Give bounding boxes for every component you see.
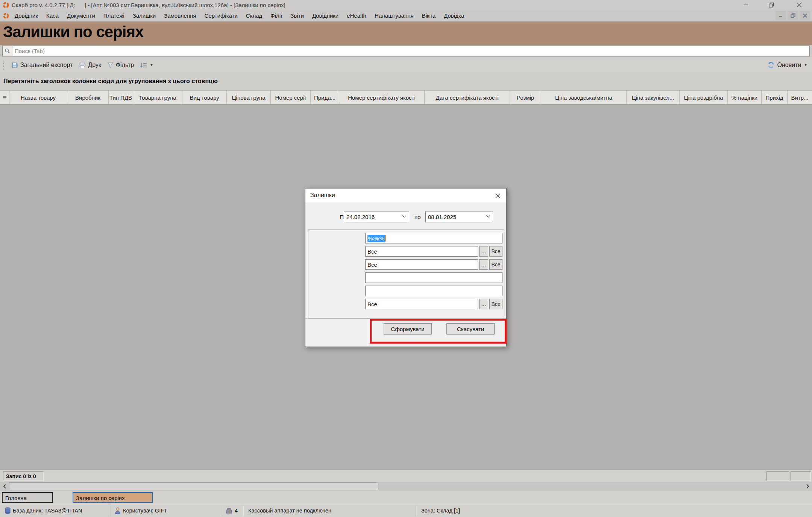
dialog-close-icon[interactable] <box>493 191 502 200</box>
submit-button[interactable]: Сформувати <box>384 323 432 335</box>
mdi-close-button[interactable] <box>800 11 810 20</box>
column-header[interactable]: Прихід <box>762 91 788 104</box>
search-row: Поиск (Tab) <box>0 45 812 58</box>
status-cell-empty <box>791 471 811 481</box>
menu-item[interactable]: eHealth <box>343 11 370 20</box>
field-input[interactable] <box>365 272 502 283</box>
dialog-zalyshky: Залишки Період з: 24.02.2016 по 08.01.20… <box>305 188 507 347</box>
submit-button-label: Сформувати <box>391 326 425 332</box>
column-header[interactable]: Номер сертифікату якості <box>339 91 425 104</box>
ellipsis-button[interactable]: … <box>479 299 488 309</box>
sort-list-button[interactable]: ▾ <box>137 60 156 70</box>
register-status: Кассовый аппарат не подключен <box>248 508 331 514</box>
search-icon <box>3 46 12 56</box>
status-divider <box>221 505 222 516</box>
column-header[interactable]: Ціна закупівел... <box>627 91 680 104</box>
column-header[interactable]: Розмір <box>510 91 541 104</box>
column-header[interactable]: Номер серії <box>271 91 311 104</box>
chevron-down-icon[interactable] <box>402 215 407 218</box>
horizontal-scrollbar[interactable] <box>0 482 812 491</box>
menu-item[interactable]: Документи <box>63 11 99 20</box>
register-count: 4 <box>235 508 238 514</box>
column-header[interactable]: % націнки <box>728 91 762 104</box>
dropdown-caret-icon: ▾ <box>150 62 153 67</box>
chevron-down-icon[interactable] <box>486 215 490 218</box>
filter-button[interactable]: Фільтр <box>104 60 137 70</box>
toolbar: Загальний експорт Друк Фільтр ▾ Оновити … <box>0 58 812 72</box>
menu-item[interactable]: Вікна <box>418 11 440 20</box>
scroll-left-icon[interactable] <box>0 482 9 491</box>
text-caret <box>385 235 386 242</box>
column-header[interactable]: Назва товару <box>9 91 67 104</box>
restore-button[interactable] <box>766 1 777 9</box>
menu-item[interactable]: Довідка <box>440 11 468 20</box>
export-label: Загальний експорт <box>20 62 73 68</box>
refresh-button[interactable]: Оновити ▾ <box>767 58 807 72</box>
cancel-button[interactable]: Скасувати <box>446 323 495 335</box>
menu-item[interactable]: Платежі <box>99 11 129 20</box>
column-header[interactable]: Ціна роздрібна <box>680 91 728 104</box>
menu-item[interactable]: Склад <box>242 11 266 20</box>
column-header[interactable]: Дата сертифіката якості <box>425 91 510 104</box>
column-header[interactable]: Тип ПДВ <box>109 91 133 104</box>
menu-item[interactable]: Філії <box>266 11 286 20</box>
tab-home[interactable]: Головна <box>2 492 53 503</box>
scroll-right-icon[interactable] <box>803 482 812 491</box>
menu-bar: ДовідникКасаДокументиПлатежіЗалишкиЗамов… <box>0 10 812 21</box>
field-input[interactable]: Все <box>365 259 478 270</box>
column-header[interactable]: Товарна група <box>133 91 182 104</box>
search-input[interactable]: Поиск (Tab) <box>2 46 810 56</box>
page-title-band: Залишки по серіях <box>0 21 812 45</box>
minimize-button[interactable] <box>740 1 751 9</box>
numbered-list-icon <box>140 62 147 68</box>
mdi-minimize-button[interactable] <box>776 11 786 20</box>
export-button[interactable]: Загальний експорт <box>8 60 76 70</box>
field-input[interactable]: %Эк% <box>365 233 502 243</box>
menu-item[interactable]: Звіти <box>286 11 308 20</box>
menu-item[interactable]: Замовлення <box>160 11 200 20</box>
row-indicator-column-header[interactable] <box>0 91 9 104</box>
period-to-label: по <box>414 214 423 220</box>
period-to-combobox[interactable]: 08.01.2025 <box>425 211 493 222</box>
column-header[interactable]: Цінова група <box>227 91 271 104</box>
field-value: Все <box>367 262 377 268</box>
period-from-combobox[interactable]: 24.02.2016 <box>344 211 409 222</box>
status-divider <box>416 505 416 516</box>
refresh-icon <box>767 61 775 69</box>
export-icon <box>11 62 18 68</box>
column-header[interactable]: Виробник <box>67 91 109 104</box>
dialog-title: Залишки <box>310 192 335 199</box>
all-button[interactable]: Все <box>489 299 502 309</box>
menu-item[interactable]: Налаштування <box>370 11 418 20</box>
scrollbar-thumb[interactable] <box>9 482 378 490</box>
print-icon <box>79 62 86 68</box>
group-by-panel[interactable]: Перетягніть заголовок колонки сюди для у… <box>0 72 812 90</box>
column-header[interactable]: Вид товару <box>182 91 227 104</box>
column-header[interactable]: Витр... <box>788 91 812 104</box>
menu-item[interactable]: Каса <box>42 11 63 20</box>
field-input[interactable]: Все <box>365 246 478 257</box>
window-titlebar: Скарб pro v. 4.0.2.77 [ІД: ] - [Апт №003… <box>0 0 812 10</box>
column-header[interactable]: Прида... <box>311 91 339 104</box>
all-button[interactable]: Все <box>489 246 502 257</box>
column-header[interactable]: Ціна заводська/митна <box>541 91 627 104</box>
menu-item[interactable]: Довідники <box>308 11 343 20</box>
close-button[interactable] <box>794 1 805 9</box>
menu-item[interactable]: Сертифікати <box>200 11 242 20</box>
grid-header-row: Назва товаруВиробникТип ПДВТоварна група… <box>0 90 812 105</box>
field-input[interactable] <box>365 286 502 296</box>
ellipsis-button[interactable]: … <box>479 259 488 270</box>
mdi-restore-button[interactable] <box>788 11 798 20</box>
field-input[interactable]: Все <box>365 299 478 309</box>
all-button[interactable]: Все <box>489 259 502 270</box>
toolbar-drag-handle[interactable] <box>3 61 5 70</box>
ellipsis-button[interactable]: … <box>479 246 488 257</box>
status-bar: База даних: TASA3@TITAN Користувач: GIFT… <box>0 504 812 517</box>
refresh-label: Оновити <box>777 62 801 68</box>
dialog-titlebar[interactable]: Залишки <box>305 189 506 202</box>
menu-item[interactable]: Залишки <box>129 11 160 20</box>
tab-zalyshky-po-seriyah[interactable]: Залишки по серіях <box>73 492 153 503</box>
print-button[interactable]: Друк <box>76 60 104 70</box>
page-title: Залишки по серіях <box>0 21 812 41</box>
menu-item[interactable]: Довідник <box>11 11 42 20</box>
